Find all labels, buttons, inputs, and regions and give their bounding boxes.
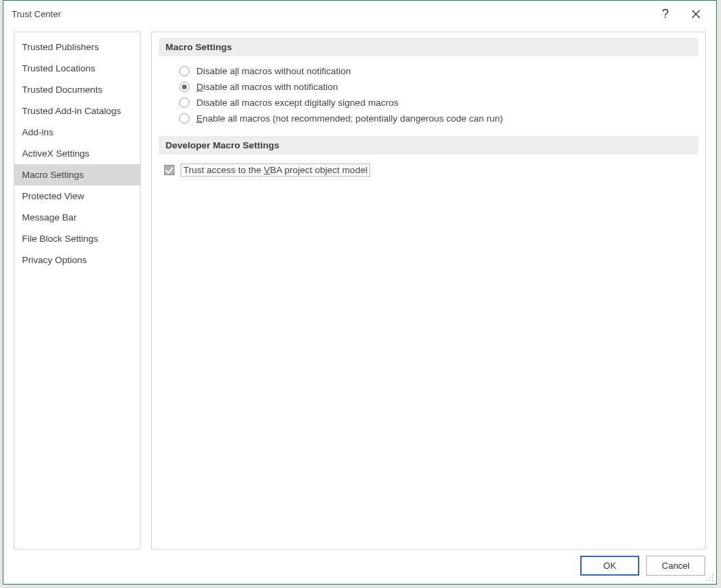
sidebar-item-macro-settings[interactable]: Macro Settings [14,164,140,185]
sidebar-item-label: Message Bar [22,212,77,223]
sidebar-item-privacy-options[interactable]: Privacy Options [14,249,140,271]
radio-disable-except-signed[interactable]: Disable all macros except digitally sign… [179,95,698,111]
sidebar-item-label: Protected View [22,191,84,201]
sidebar-item-label: File Block Settings [22,234,98,244]
resize-grip[interactable] [707,574,715,583]
sidebar-item-activex-settings[interactable]: ActiveX Settings [14,143,140,164]
sidebar-item-label: ActiveX Settings [22,148,89,159]
sidebar-item-trusted-addin-catalogs[interactable]: Trusted Add-in Catalogs [14,100,140,122]
sidebar-item-label: Trusted Locations [22,63,95,74]
footer: OK Cancel [580,556,705,576]
radio-label: Disable all macros without notification [196,66,351,76]
svg-rect-3 [707,580,708,581]
sidebar-item-protected-view[interactable]: Protected View [14,185,140,207]
sidebar-item-label: Privacy Options [22,255,87,265]
sidebar-item-trusted-locations[interactable]: Trusted Locations [14,58,140,79]
svg-rect-2 [712,577,713,578]
titlebar: Trust Center ? [3,1,716,27]
checkbox-label: Trust access to the VBA project object m… [181,164,369,176]
close-icon [691,10,700,19]
sidebar: Trusted Publishers Trusted Locations Tru… [14,32,141,550]
sidebar-item-trusted-documents[interactable]: Trusted Documents [14,79,140,100]
sidebar-item-trusted-publishers[interactable]: Trusted Publishers [14,36,140,58]
sidebar-item-label: Trusted Add-in Catalogs [22,106,121,116]
ok-button[interactable]: OK [580,556,639,576]
radio-input[interactable] [179,98,190,108]
trust-center-dialog: Trust Center ? Trusted Publishers Truste… [3,0,717,585]
radio-input[interactable] [179,82,190,92]
window-title: Trust Center [12,9,650,19]
sidebar-item-add-ins[interactable]: Add-ins [14,122,140,143]
section-header-macro: Macro Settings [159,38,698,56]
svg-rect-0 [712,574,713,576]
sidebar-item-label: Add-ins [22,127,54,137]
radio-label: Enable all macros (not recommended; pote… [196,113,503,124]
help-button[interactable]: ? [650,3,680,24]
svg-rect-1 [709,577,711,578]
radio-input[interactable] [179,113,190,124]
radio-disable-no-notify[interactable]: Disable all macros without notification [179,63,698,79]
dialog-body: Trusted Publishers Trusted Locations Tru… [14,32,706,550]
svg-rect-5 [712,580,713,581]
radio-disable-with-notify[interactable]: Disable all macros with notification [179,79,698,95]
sidebar-item-label: Macro Settings [22,170,84,180]
content-panel: Macro Settings Disable all macros withou… [151,32,706,550]
radio-input[interactable] [179,66,190,76]
sidebar-item-file-block-settings[interactable]: File Block Settings [14,228,140,249]
sidebar-item-label: Trusted Publishers [22,42,99,52]
cancel-button[interactable]: Cancel [646,556,705,576]
close-button[interactable] [680,3,711,24]
radio-label: Disable all macros except digitally sign… [196,98,398,108]
section-header-dev: Developer Macro Settings [159,136,698,155]
svg-rect-4 [709,580,711,581]
checkbox-trust-vba[interactable]: Trust access to the VBA project object m… [159,161,698,179]
radio-enable-all[interactable]: Enable all macros (not recommended; pote… [179,111,698,126]
macro-options: Disable all macros without notification … [159,63,698,126]
sidebar-item-label: Trusted Documents [22,84,102,95]
checkbox-input[interactable] [164,165,174,175]
radio-label: Disable all macros with notification [196,82,338,92]
sidebar-item-message-bar[interactable]: Message Bar [14,207,140,228]
